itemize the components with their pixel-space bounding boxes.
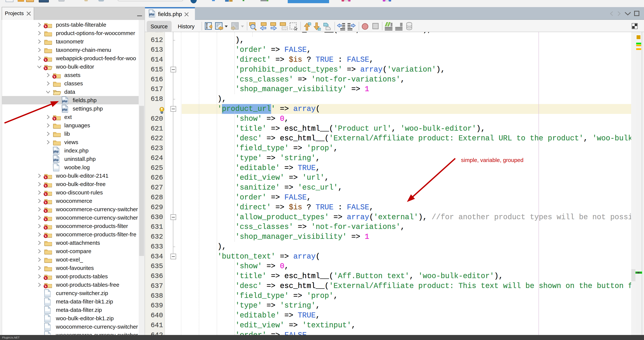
svg-text:php: php — [149, 13, 154, 16]
svg-text:php: php — [53, 158, 58, 162]
svg-text:php: php — [62, 108, 67, 111]
svg-text:php: php — [53, 150, 58, 153]
svg-text:php: php — [62, 100, 67, 103]
